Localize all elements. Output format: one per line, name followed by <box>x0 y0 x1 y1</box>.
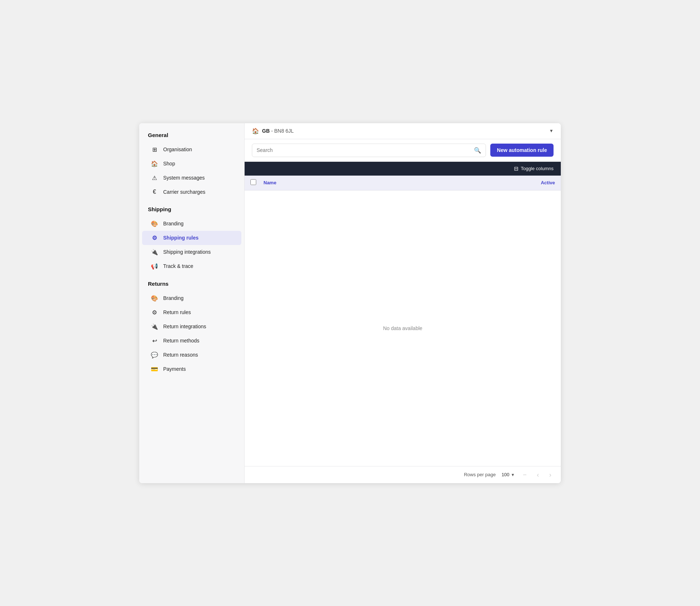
sidebar-item-return-reasons[interactable]: 💬 Return reasons <box>142 348 241 362</box>
sidebar: General ⊞ Organisation 🏠 Shop ⚠ System m… <box>139 123 245 483</box>
header-location[interactable]: 🏠 GB - BN8 6JL ▼ <box>252 128 554 135</box>
search-icon: 🔍 <box>474 147 481 154</box>
sidebar-item-label: Organisation <box>163 147 192 152</box>
sidebar-section-returns: Returns 🎨 Branding ⚙ Return rules 🔌 Retu… <box>139 281 244 376</box>
table-footer: Rows per page 100 ▼ − ‹ › <box>245 466 561 483</box>
sidebar-item-shop[interactable]: 🏠 Shop <box>142 157 241 171</box>
megaphone-icon: 📢 <box>151 263 158 270</box>
search-box[interactable]: 🔍 <box>252 144 486 157</box>
location-text: GB - BN8 6JL <box>262 128 294 134</box>
card-icon: 💳 <box>151 366 158 373</box>
new-automation-rule-button[interactable]: New automation rule <box>490 144 554 157</box>
select-all-checkbox[interactable] <box>250 179 256 185</box>
sidebar-item-label: Payments <box>163 366 186 372</box>
warning-icon: ⚠ <box>151 174 158 181</box>
sidebar-section-general: General ⊞ Organisation 🏠 Shop ⚠ System m… <box>139 132 244 199</box>
plug-icon: 🔌 <box>151 249 158 256</box>
sidebar-item-return-integrations[interactable]: 🔌 Return integrations <box>142 320 241 334</box>
sidebar-item-label: Branding <box>163 221 184 226</box>
sidebar-item-label: Return reasons <box>163 352 198 358</box>
columns-icon: ⊟ <box>514 165 519 172</box>
shop-icon: 🏠 <box>151 160 158 167</box>
column-header-name[interactable]: Name <box>263 180 526 185</box>
pagination-next-button[interactable]: › <box>547 471 554 479</box>
rows-per-page-value: 100 <box>502 472 510 477</box>
sidebar-item-carrier-surcharges[interactable]: € Carrier surcharges <box>142 185 241 199</box>
sidebar-item-shipping-integrations[interactable]: 🔌 Shipping integrations <box>142 245 241 259</box>
palette-returns-icon: 🎨 <box>151 295 158 302</box>
return-plug-icon: 🔌 <box>151 323 158 330</box>
sidebar-item-label: System messages <box>163 175 205 181</box>
sidebar-item-branding-shipping[interactable]: 🎨 Branding <box>142 217 241 231</box>
header-bar: 🏠 GB - BN8 6JL ▼ <box>245 123 561 139</box>
rows-dropdown-arrow-icon: ▼ <box>511 473 515 477</box>
sidebar-section-title-returns: Returns <box>139 281 244 291</box>
sidebar-item-organisation[interactable]: ⊞ Organisation <box>142 143 241 157</box>
sidebar-item-label: Shipping rules <box>163 235 198 241</box>
pagination-minus-button[interactable]: − <box>520 471 529 479</box>
table-header-bar: ⊟ Toggle columns <box>245 162 561 176</box>
sidebar-item-label: Shop <box>163 161 175 166</box>
column-header-active[interactable]: Active <box>526 180 555 185</box>
rows-per-page-select[interactable]: 100 ▼ <box>502 472 515 477</box>
table-column-headers: Name Active <box>245 176 561 190</box>
sidebar-item-payments[interactable]: 💳 Payments <box>142 362 241 376</box>
grid-icon: ⊞ <box>151 146 158 153</box>
chevron-down-icon: ▼ <box>549 128 554 133</box>
select-all-checkbox-cell[interactable] <box>250 179 263 186</box>
sidebar-item-branding-returns[interactable]: 🎨 Branding <box>142 291 241 305</box>
sidebar-item-system-messages[interactable]: ⚠ System messages <box>142 171 241 185</box>
return-rules-gear-icon: ⚙ <box>151 309 158 316</box>
palette-icon: 🎨 <box>151 220 158 227</box>
euro-icon: € <box>151 189 158 195</box>
sidebar-item-label: Return methods <box>163 338 200 344</box>
sidebar-item-label: Return integrations <box>163 324 206 329</box>
sidebar-item-return-methods[interactable]: ↩ Return methods <box>142 334 241 348</box>
sidebar-item-label: Track & trace <box>163 263 193 269</box>
no-data-message: No data available <box>383 325 422 331</box>
sidebar-item-return-rules[interactable]: ⚙ Return rules <box>142 305 241 320</box>
return-arrow-icon: ↩ <box>151 337 158 344</box>
main-content: 🏠 GB - BN8 6JL ▼ 🔍 New automation rule <box>245 123 561 483</box>
toolbar: 🔍 New automation rule <box>245 139 561 162</box>
sidebar-item-label: Return rules <box>163 309 191 315</box>
sidebar-item-label: Branding <box>163 295 184 301</box>
house-icon: 🏠 <box>252 128 259 135</box>
gear-icon: ⚙ <box>151 234 158 241</box>
sidebar-item-track-trace[interactable]: 📢 Track & trace <box>142 259 241 273</box>
table-container: ⊟ Toggle columns Name Active No data ava… <box>245 162 561 483</box>
table-body: No data available <box>245 190 561 466</box>
sidebar-item-shipping-rules[interactable]: ⚙ Shipping rules <box>142 231 241 245</box>
toggle-columns-button[interactable]: ⊟ Toggle columns <box>514 165 554 172</box>
search-input[interactable] <box>257 147 471 153</box>
rows-per-page-label: Rows per page <box>464 472 495 477</box>
sidebar-section-title-general: General <box>139 132 244 143</box>
chat-icon: 💬 <box>151 352 158 358</box>
sidebar-section-shipping: Shipping 🎨 Branding ⚙ Shipping rules 🔌 S… <box>139 206 244 273</box>
sidebar-item-label: Shipping integrations <box>163 249 211 255</box>
sidebar-item-label: Carrier surcharges <box>163 189 205 195</box>
sidebar-section-title-shipping: Shipping <box>139 206 244 217</box>
pagination-prev-button[interactable]: ‹ <box>535 471 541 479</box>
app-container: General ⊞ Organisation 🏠 Shop ⚠ System m… <box>139 123 561 483</box>
